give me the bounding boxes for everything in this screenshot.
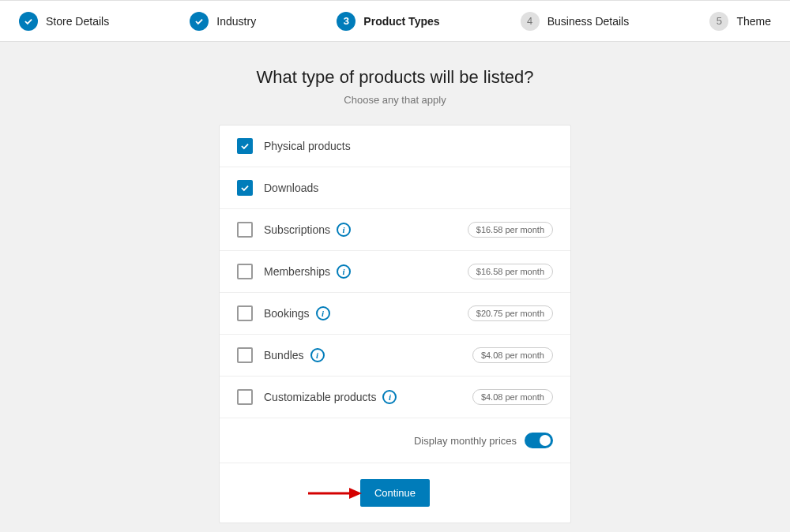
product-row[interactable]: Downloads (220, 167, 570, 209)
info-icon[interactable]: i (316, 306, 330, 320)
product-row[interactable]: Membershipsi$16.58 per month (220, 251, 570, 293)
action-row: Continue (220, 463, 570, 523)
step-business-details[interactable]: 4 Business Details (521, 12, 630, 31)
product-row[interactable]: Customizable productsi$4.08 per month (220, 377, 570, 418)
info-icon[interactable]: i (310, 348, 325, 362)
check-icon (19, 12, 38, 31)
step-theme[interactable]: 5 Theme (709, 12, 771, 31)
arrow-annotation-icon (307, 485, 362, 501)
product-row[interactable]: Bundlesi$4.08 per month (220, 335, 570, 377)
page-title: What type of products will be listed? (0, 67, 790, 88)
step-product-types[interactable]: 3 Product Types (337, 12, 439, 31)
product-label: Subscriptionsi (264, 223, 468, 237)
step-number: 3 (337, 12, 356, 31)
product-label: Physical products (264, 140, 553, 152)
checkbox[interactable] (237, 180, 253, 196)
checkbox[interactable] (237, 389, 253, 405)
step-number: 4 (521, 12, 540, 31)
product-label-text: Subscriptions (264, 223, 330, 236)
checkbox[interactable] (237, 138, 253, 154)
product-label: Bookingsi (264, 306, 468, 320)
step-label: Theme (736, 15, 771, 28)
info-icon[interactable]: i (382, 390, 397, 404)
display-prices-toggle[interactable] (525, 433, 553, 448)
product-label-text: Bundles (264, 349, 304, 362)
product-types-card: Physical productsDownloadsSubscriptionsi… (219, 125, 571, 523)
product-label-text: Bookings (264, 307, 310, 320)
checkbox[interactable] (237, 264, 253, 279)
product-label: Bundlesi (264, 348, 472, 362)
product-label-text: Memberships (264, 265, 330, 278)
product-label: Downloads (264, 182, 553, 194)
product-label-text: Physical products (264, 140, 351, 152)
step-label: Store Details (46, 15, 109, 28)
step-store-details[interactable]: Store Details (19, 12, 109, 31)
price-badge: $16.58 per month (468, 264, 553, 279)
product-row[interactable]: Physical products (220, 126, 570, 167)
product-label-text: Downloads (264, 182, 318, 194)
check-icon (190, 12, 209, 31)
product-label: Membershipsi (264, 264, 468, 279)
checkbox[interactable] (237, 222, 253, 238)
step-industry[interactable]: Industry (190, 12, 256, 31)
price-badge: $16.58 per month (468, 222, 553, 238)
price-badge: $4.08 per month (472, 389, 553, 405)
product-label-text: Customizable products (264, 391, 376, 403)
continue-button[interactable]: Continue (360, 479, 430, 507)
price-badge: $4.08 per month (472, 347, 553, 363)
checkbox[interactable] (237, 305, 253, 321)
step-label: Product Types (363, 15, 439, 28)
info-icon[interactable]: i (337, 223, 351, 237)
page-subtitle: Choose any that apply (0, 94, 790, 106)
stepper: Store Details Industry 3 Product Types 4… (0, 0, 790, 42)
toggle-label: Display monthly prices (414, 435, 517, 447)
product-row[interactable]: Bookingsi$20.75 per month (220, 293, 570, 335)
step-label: Business Details (547, 15, 630, 28)
info-icon[interactable]: i (337, 264, 351, 279)
product-row[interactable]: Subscriptionsi$16.58 per month (220, 209, 570, 251)
checkbox[interactable] (237, 347, 253, 363)
step-label: Industry (216, 15, 256, 28)
step-number: 5 (709, 12, 728, 31)
product-label: Customizable productsi (264, 390, 472, 404)
display-prices-toggle-row: Display monthly prices (220, 418, 570, 463)
price-badge: $20.75 per month (468, 305, 553, 321)
